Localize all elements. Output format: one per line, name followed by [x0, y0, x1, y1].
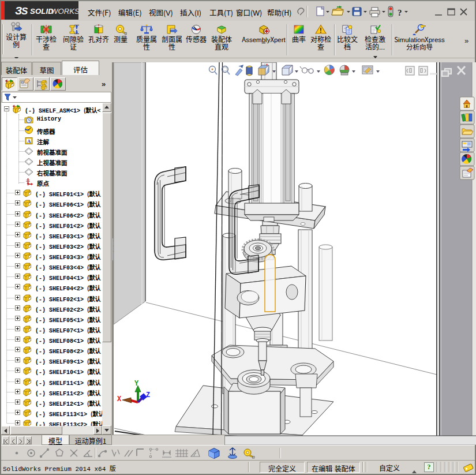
svg-text:?: ? — [398, 8, 402, 17]
svg-text:Z: Z — [146, 391, 150, 399]
svg-text:Y: Y — [134, 380, 139, 388]
svg-text:X: X — [117, 395, 122, 403]
